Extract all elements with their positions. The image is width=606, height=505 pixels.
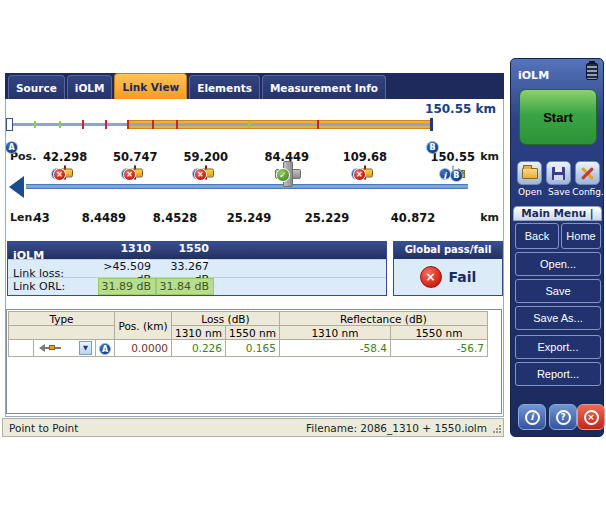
start-button[interactable]: Start	[519, 89, 597, 145]
tab-bar: Source iOLM Link View Elements Measureme…	[5, 73, 504, 99]
link-element-end[interactable]: B	[452, 166, 454, 179]
refl-1310-header: 1310 nm	[279, 326, 390, 340]
link-orl-row: Link ORL: 31.89 dB 31.84 dB	[8, 277, 386, 295]
scroll-left-arrow[interactable]	[9, 176, 24, 198]
link-diagram: Pos. 42.298 50.747 59.200 84.449 109.68 …	[6, 150, 503, 226]
element-position: 42.298	[43, 150, 87, 164]
loss-1550-value: 0.165	[225, 340, 279, 357]
refl-1310-value: -58.4	[279, 340, 390, 357]
refl-1550-header: 1550 nm	[390, 326, 487, 340]
tab-elements[interactable]: Elements	[189, 75, 260, 99]
link-element-splice[interactable]	[134, 166, 136, 179]
pass-icon	[276, 168, 290, 182]
pos-unit-label: km	[480, 150, 499, 163]
global-status-title: Global pass/fail status	[394, 242, 502, 259]
help-button[interactable]	[549, 404, 577, 430]
overview-tick-fail	[317, 120, 319, 129]
panel-title: iOLM	[518, 69, 549, 82]
elements-table: Type Pos. (km) Loss (dB) Reflectance (dB…	[8, 311, 488, 357]
global-status-panel: Global pass/fail status Fail	[393, 241, 503, 296]
tab-link-view[interactable]: Link View	[114, 73, 187, 99]
home-button[interactable]: Home	[561, 223, 601, 249]
menu-item-report[interactable]: Report...	[515, 362, 601, 386]
back-button[interactable]: Back	[515, 223, 559, 249]
fail-icon	[194, 168, 207, 181]
save-button[interactable]	[546, 161, 571, 185]
link-loss-row: Link loss: >45.509 dB 33.267 dB	[8, 259, 386, 277]
marker-b: B	[426, 141, 439, 154]
link-view-page: 150.55 km A B Pos. 42.298 50.747 59.200 …	[5, 99, 504, 417]
overview-tick-fail	[105, 120, 107, 129]
total-link-length: 150.55 km	[425, 102, 496, 116]
info-button[interactable]	[518, 404, 546, 430]
overview-tick-pass	[248, 121, 250, 128]
menu-item-save-as[interactable]: Save As...	[515, 306, 601, 330]
overview-start-marker	[6, 118, 13, 131]
tab-measurement-info[interactable]: Measurement Info	[262, 75, 386, 99]
close-button[interactable]	[577, 404, 605, 430]
overview-tick-fail	[82, 120, 84, 129]
element-position: 50.747	[113, 150, 157, 164]
segment-length: 8.4528	[153, 211, 197, 225]
col-reflectance-header: Reflectance (dB)	[279, 312, 487, 326]
dropdown-arrow-icon[interactable]	[79, 341, 92, 355]
close-icon	[584, 410, 599, 425]
menu-item-export[interactable]: Export...	[515, 335, 601, 359]
summary-title: iOLM	[8, 249, 98, 262]
menu-header: Main Menu | File	[513, 206, 602, 221]
info-icon	[525, 410, 540, 425]
overview-bar[interactable]: A B	[9, 118, 433, 131]
fail-icon	[353, 168, 366, 181]
marker-b-badge: B	[450, 169, 463, 182]
resize-grip	[493, 425, 501, 433]
loss-1550-header: 1550 nm	[225, 326, 279, 340]
col-type-header: Type	[9, 312, 115, 326]
config-button[interactable]	[575, 161, 600, 185]
open-button-label: Open	[515, 187, 545, 197]
menu-item-open[interactable]: Open...	[515, 252, 601, 276]
segment-length: 8.4489	[82, 211, 126, 225]
link-element-splice[interactable]	[364, 166, 366, 179]
link-element-splitter-selected[interactable]	[286, 166, 288, 179]
fiber-line	[26, 184, 468, 189]
overview-tick-fail	[152, 120, 154, 129]
fail-icon	[53, 168, 66, 181]
link-orl-1550: 31.84 dB	[156, 278, 214, 295]
open-folder-icon	[522, 168, 538, 179]
floppy-disk-icon	[552, 167, 565, 180]
elements-list: Type Pos. (km) Loss (dB) Reflectance (dB…	[6, 309, 502, 414]
help-icon	[556, 410, 571, 425]
element-type-dropdown[interactable]	[37, 341, 92, 356]
segment-length: 43	[34, 211, 50, 225]
loss-1310-value: 0.226	[172, 340, 226, 357]
overview-tick-fail	[127, 120, 129, 129]
overview-tick-pass	[34, 121, 36, 128]
len-unit-label: km	[480, 211, 499, 224]
main-window: Source iOLM Link View Elements Measureme…	[5, 73, 504, 437]
segment-length: 25.229	[305, 211, 349, 225]
segment-length: 25.249	[227, 211, 271, 225]
config-button-label: Config.	[571, 187, 605, 197]
marker-a: A	[5, 141, 18, 154]
overview-fiber-line	[9, 123, 433, 126]
tools-icon	[579, 166, 596, 181]
loss-1310-header: 1310 nm	[172, 326, 226, 340]
element-row[interactable]: A 0.0000 0.226 0.165 -58.4 -56.7	[9, 340, 488, 357]
element-position: 59.200	[184, 150, 228, 164]
menu-item-save[interactable]: Save	[515, 279, 601, 303]
battery-icon	[586, 63, 598, 80]
segment-length: 40.872	[391, 211, 435, 225]
overview-tick-fail	[176, 120, 178, 129]
col-loss-header: Loss (dB)	[172, 312, 280, 326]
element-position: 150.55	[431, 150, 475, 164]
element-type-icon	[39, 343, 61, 353]
tab-iolm[interactable]: iOLM	[67, 75, 113, 99]
link-overview: 150.55 km A B	[9, 102, 500, 146]
open-button[interactable]	[517, 161, 542, 185]
filename-label: Filename: 2086_1310 + 1550.iolm	[306, 422, 487, 434]
overview-end-marker	[430, 118, 433, 131]
link-element-splice[interactable]	[205, 166, 207, 179]
summary-header-row: iOLM 1310 nm 1550 nm	[8, 242, 386, 259]
link-element-splice[interactable]	[64, 166, 66, 179]
tab-source[interactable]: Source	[8, 75, 65, 99]
